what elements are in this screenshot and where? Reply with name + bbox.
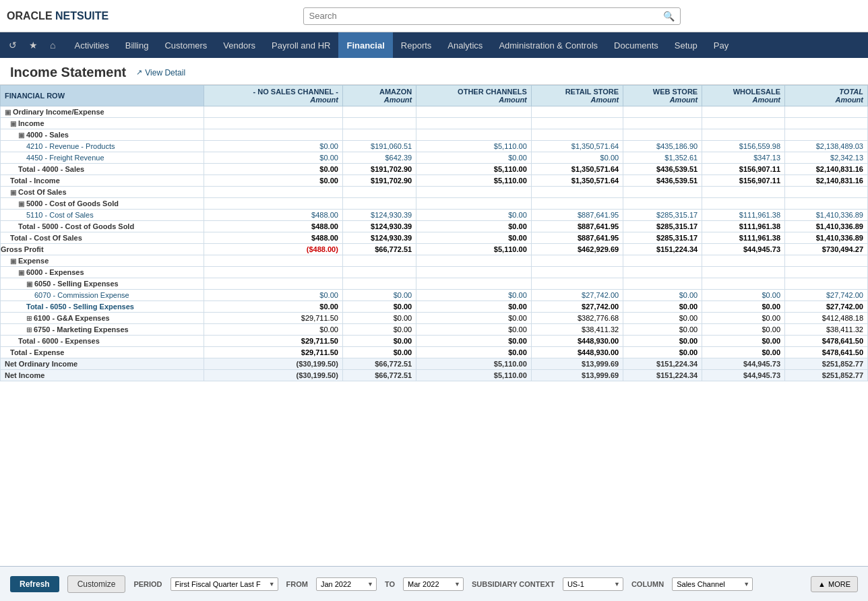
col-no-sales: - NO SALES CHANNEL -Amount [204,86,342,106]
collapse-icon[interactable]: ▣ [18,269,24,276]
collapse-icon[interactable]: ▣ [10,120,16,127]
nav-financial[interactable]: Financial [338,32,392,58]
table-row: Total - 6000 - Expenses $29,711.50 $0.00… [1,336,868,347]
nav-home-icon[interactable]: ⌂ [44,36,61,55]
col-total: TOTALAmount [785,86,868,106]
collapse-icon[interactable]: ⊞ [26,326,32,334]
col-amazon: AMAZONAmount [342,86,416,106]
table-row: Net Income ($30,199.50) $66,772.51 $5,11… [1,370,868,381]
nav-history-icon[interactable]: ↺ [3,36,22,55]
table-row: ▣6000 - Expenses [1,267,868,278]
nav-documents[interactable]: Documents [606,32,666,58]
collapse-icon[interactable]: ▣ [10,257,16,265]
page-header: Income Statement ↗ View Detail [0,58,868,85]
table-row: Total - Cost Of Sales $488.00 $124,930.3… [1,232,868,244]
nav-analytics[interactable]: Analytics [439,32,491,58]
table-row: ▣Expense [1,255,868,267]
table-row: ▣5000 - Cost of Goods Sold [1,198,868,210]
table-row: ▣Cost Of Sales [1,187,868,198]
collapse-icon[interactable]: ▣ [10,189,16,196]
content-area: FINANCIAL ROW - NO SALES CHANNEL -Amount… [0,85,868,381]
nav-customers[interactable]: Customers [156,32,215,58]
logo: ORACLE NETSUITE [7,10,108,22]
col-web: WEB STOREAmount [623,86,702,106]
collapse-icon[interactable]: ⊞ [26,315,32,322]
table-row: Total - 4000 - Sales $0.00 $191,702.90 $… [1,164,868,175]
collapse-icon[interactable]: ▣ [26,280,32,288]
nav-reports[interactable]: Reports [393,32,440,58]
collapse-icon[interactable]: ▣ [5,108,11,116]
logo-oracle: ORACLE [7,10,53,22]
nav-setup[interactable]: Setup [666,32,706,58]
nav-payroll[interactable]: Payroll and HR [264,32,338,58]
search-input[interactable] [309,11,663,21]
table-row: ⊞6750 - Marketing Expenses $0.00 $0.00 $… [1,324,868,336]
table-row: Total - Income $0.00 $191,702.90 $5,110.… [1,175,868,187]
table-container: FINANCIAL ROW - NO SALES CHANNEL -Amount… [0,85,868,381]
col-retail: RETAIL STOREAmount [531,86,623,106]
table-row: 5110 - Cost of Sales $488.00 $124,930.39… [1,210,868,221]
income-statement-table: FINANCIAL ROW - NO SALES CHANNEL -Amount… [0,85,868,381]
table-row: ▣Ordinary Income/Expense [1,106,868,118]
page-title: Income Statement [10,65,126,80]
table-row: ⊞6100 - G&A Expenses $29,711.50 $0.00 $0… [1,313,868,324]
table-row: Total - 6050 - Selling Expenses $0.00 $0… [1,301,868,313]
nav-admin[interactable]: Administration & Controls [491,32,606,58]
collapse-icon[interactable]: ▣ [18,131,24,139]
table-row: Total - 5000 - Cost of Goods Sold $488.0… [1,221,868,232]
nav-pay[interactable]: Pay [706,32,737,58]
table-row: Gross Profit ($488.00) $66,772.51 $5,110… [1,244,868,255]
search-bar[interactable]: 🔍 [303,7,681,25]
col-financial-row: FINANCIAL ROW [1,86,204,106]
nav-vendors[interactable]: Vendors [215,32,264,58]
nav-bar: ↺ ★ ⌂ Activities Billing Customers Vendo… [0,32,868,58]
table-row: 4210 - Revenue - Products $0.00 $191,060… [1,141,868,152]
table-row: ▣Income [1,118,868,129]
table-row: Total - Expense $29,711.50 $0.00 $0.00 $… [1,347,868,358]
collapse-icon[interactable]: ▣ [18,200,24,208]
nav-billing[interactable]: Billing [117,32,157,58]
col-wholesale: WHOLESALEAmount [702,86,785,106]
logo-netsuite: NETSUITE [55,10,108,22]
table-row: Net Ordinary Income ($30,199.50) $66,772… [1,358,868,370]
search-icon: 🔍 [663,11,675,22]
nav-icons: ↺ ★ ⌂ [3,32,61,58]
table-row: 4450 - Freight Revenue $0.00 $642.39 $0.… [1,152,868,164]
table-row: ▣4000 - Sales [1,129,868,141]
nav-favorites-icon[interactable]: ★ [24,36,43,55]
col-other: OTHER CHANNELSAmount [416,86,532,106]
nav-activities[interactable]: Activities [66,32,117,58]
table-row: ▣6050 - Selling Expenses [1,278,868,290]
top-bar: ORACLE NETSUITE 🔍 [0,0,868,32]
view-detail-link[interactable]: ↗ View Detail [136,68,185,77]
table-row: 6070 - Commission Expense $0.00 $0.00 $0… [1,290,868,301]
